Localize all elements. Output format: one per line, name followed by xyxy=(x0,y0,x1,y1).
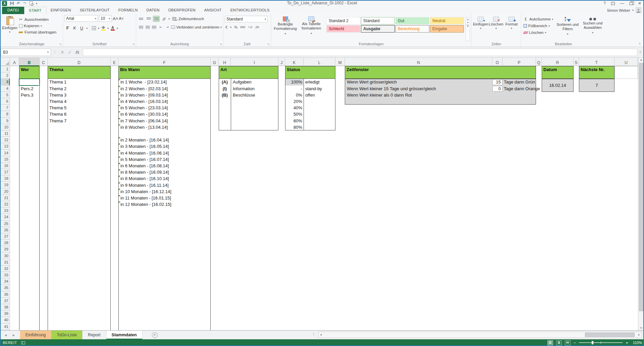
row-header-26[interactable]: 26 xyxy=(1,227,10,233)
borders-icon[interactable] xyxy=(92,26,96,30)
col-header-Q[interactable]: Q xyxy=(536,58,542,66)
cell-F10[interactable]: in 8 Wochen - [13.04.14] xyxy=(120,124,209,130)
cell-K6[interactable]: 20% xyxy=(285,98,302,105)
row-header-17[interactable]: 17 xyxy=(1,169,10,175)
cell-I3[interactable]: Aufgaben xyxy=(233,79,276,85)
normal-view-icon[interactable] xyxy=(547,340,553,345)
zeitfenster-rule-text-5[interactable]: Wenn Wert kleiner als 0 dann Rot xyxy=(347,92,491,98)
cell-D6[interactable]: Thema 4 xyxy=(49,98,109,105)
row-header-11[interactable]: 11 xyxy=(1,130,10,137)
wrap-text-button[interactable]: Zeilenumbruch xyxy=(178,17,204,21)
currency-icon[interactable]: € xyxy=(225,25,227,29)
row-header-21[interactable]: 21 xyxy=(1,195,10,201)
datum-value[interactable]: 16.02.14 xyxy=(542,79,573,91)
zoom-level[interactable]: 110% xyxy=(631,341,642,345)
font-size-select[interactable]: 10▾ xyxy=(99,15,112,22)
select-all-corner[interactable] xyxy=(1,58,10,66)
conditional-formatting-button[interactable]: Bedingte Formatierung ▾ xyxy=(272,15,299,41)
zeitfenster-rule-text-3[interactable]: Wenn Wert grösser/gleich xyxy=(347,79,491,85)
col-header-G[interactable]: G xyxy=(211,58,219,66)
ribbon-tab-einfügen[interactable]: EINFÜGEN xyxy=(46,7,75,14)
col-header-P[interactable]: P xyxy=(502,58,536,66)
zoom-slider-thumb[interactable] xyxy=(592,341,593,344)
row-header-4[interactable]: 4 xyxy=(1,85,10,92)
row-header-22[interactable]: 22 xyxy=(1,201,10,208)
col-header-U[interactable]: U xyxy=(614,58,638,66)
cancel-entry-icon[interactable]: ✕ xyxy=(59,50,66,55)
scroll-down-icon[interactable]: ▼ xyxy=(638,327,644,330)
row-header-19[interactable]: 19 xyxy=(1,182,10,188)
next-sheet-icon[interactable]: ► xyxy=(12,333,15,337)
thousands-icon[interactable]: 000 xyxy=(240,25,245,29)
col-header-L[interactable]: L xyxy=(304,58,335,66)
row-header-3[interactable]: 3 xyxy=(1,79,10,85)
naechste-nr-value[interactable]: 7 xyxy=(579,79,614,91)
align-top-icon[interactable] xyxy=(138,16,144,22)
cell-K4[interactable]: - xyxy=(285,85,302,92)
align-center-icon[interactable] xyxy=(145,24,151,30)
dialog-launcher-icon[interactable]: ↘ xyxy=(59,42,62,46)
cell-F7[interactable]: in 5 Wochen - [23.03.14] xyxy=(120,105,209,111)
row-header-13[interactable]: 13 xyxy=(1,143,10,150)
cut-button[interactable]: ✂ Ausschneiden xyxy=(17,16,57,22)
zoom-in-icon[interactable]: + xyxy=(626,340,628,345)
col-header-C[interactable]: C xyxy=(40,58,48,66)
ribbon-tab-datei[interactable]: DATEI xyxy=(2,7,24,14)
wrap-text-icon[interactable] xyxy=(171,16,177,22)
align-middle-icon[interactable] xyxy=(145,16,152,22)
align-bottom-icon[interactable] xyxy=(153,16,160,22)
row-header-30[interactable]: 30 xyxy=(1,252,10,259)
cell-K7[interactable]: 40% xyxy=(285,105,302,111)
cell-style-normal[interactable]: Standard xyxy=(361,17,395,24)
formula-bar-splitter[interactable]: ⋮ xyxy=(53,50,57,54)
cell-F14[interactable]: in 4 Monaten - [16.06.14] xyxy=(120,150,209,156)
cell-F22[interactable]: in 12 Monaten - [16.02.15] xyxy=(120,201,209,208)
row-header-6[interactable]: 6 xyxy=(1,98,10,105)
cell-L5[interactable]: offen xyxy=(305,92,335,98)
align-right-icon[interactable] xyxy=(151,24,157,30)
cell-H4[interactable]: (I) xyxy=(219,85,231,92)
col-header-E[interactable]: E xyxy=(111,58,118,66)
ribbon-tab-daten[interactable]: DATEN xyxy=(142,7,164,14)
fill-button[interactable]: ↓ Füllbereich ▾ xyxy=(523,23,554,29)
macro-record-icon[interactable] xyxy=(21,341,25,344)
col-header-R[interactable]: R xyxy=(542,58,574,66)
row-header-16[interactable]: 16 xyxy=(1,163,10,169)
percent-icon[interactable]: % xyxy=(234,25,237,29)
cell-style-normal2[interactable]: Standard 2 xyxy=(326,17,360,24)
fill-color-button[interactable] xyxy=(101,26,105,31)
row-header-23[interactable]: 23 xyxy=(1,208,10,214)
font-name-select[interactable]: Arial▾ xyxy=(64,15,98,22)
name-box[interactable]: B3 ▾ xyxy=(1,49,51,56)
col-header-M[interactable]: M xyxy=(335,58,345,66)
zoom-out-icon[interactable]: − xyxy=(574,340,576,345)
zeitfenster-suffix-4[interactable]: Tage dann Orange xyxy=(504,85,535,92)
chevron-down-icon[interactable]: ▾ xyxy=(86,27,88,30)
copy-button[interactable]: Kopieren ▾ xyxy=(17,23,57,29)
cell-F9[interactable]: in 7 Wochen - [06.04.14] xyxy=(120,118,209,124)
cell-K5[interactable]: 0% xyxy=(285,92,302,98)
cell-L3[interactable]: erledigt xyxy=(305,79,335,85)
cell-F12[interactable]: in 2 Monaten - [16.04.14] xyxy=(120,137,209,143)
row-header-12[interactable]: 12 xyxy=(1,137,10,143)
ribbon-tab-entwicklertools[interactable]: ENTWICKLERTOOLS xyxy=(226,7,274,14)
cell-F20[interactable]: in 10 Monaten - [16.12.14] xyxy=(120,188,209,195)
clear-button[interactable]: Löschen ▾ xyxy=(523,30,554,36)
cell-F21[interactable]: in 11 Monaten - [16.01.15] xyxy=(120,195,209,201)
insert-function-icon[interactable]: fx xyxy=(73,50,81,55)
cell-F19[interactable]: in 9 Monaten - [16.11.14] xyxy=(120,182,209,188)
sheet-tab-stammdaten[interactable]: Stammdaten xyxy=(106,331,143,339)
format-as-table-button[interactable]: Als Tabelle formatieren ▾ xyxy=(299,15,325,41)
col-header-F[interactable]: F xyxy=(118,58,211,66)
page-layout-view-icon[interactable] xyxy=(556,340,562,345)
orientation-icon[interactable]: ab xyxy=(161,16,167,22)
undo-icon[interactable]: ↶ xyxy=(17,1,20,6)
cell-B5[interactable]: Pers.3 xyxy=(21,92,38,98)
increase-font-icon[interactable]: A˄ xyxy=(113,16,118,21)
bold-button[interactable]: F xyxy=(65,26,70,31)
cell-K10[interactable]: 80% xyxy=(285,124,302,130)
scroll-up-icon[interactable]: ▲ xyxy=(638,58,644,61)
col-header-D[interactable]: D xyxy=(48,58,111,66)
row-header-5[interactable]: 5 xyxy=(1,92,10,98)
cell-D5[interactable]: Thema 3 xyxy=(49,92,109,98)
